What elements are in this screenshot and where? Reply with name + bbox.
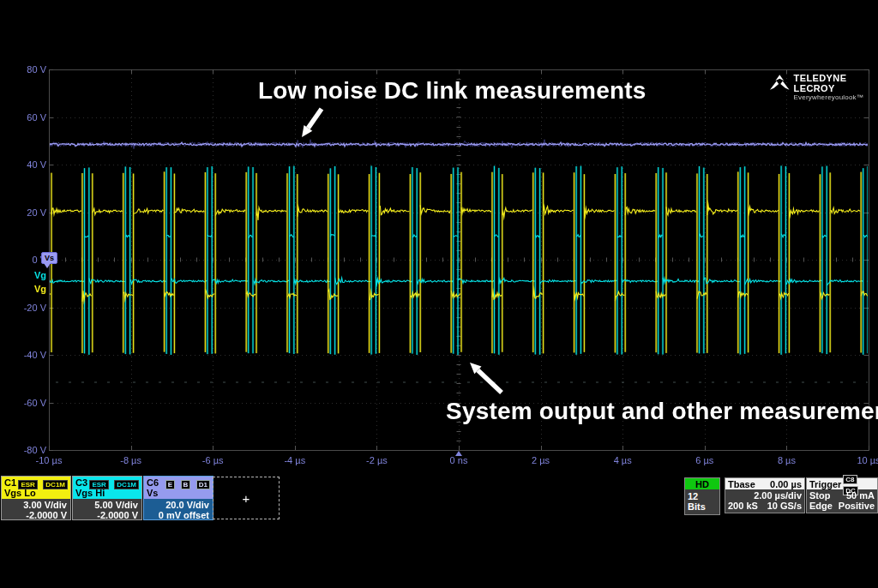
annotation-dc-link: Low noise DC link measurements bbox=[258, 77, 646, 105]
trigger-source-badge: C8 bbox=[843, 475, 857, 484]
trace-marker-vgs-lo[interactable]: Vg bbox=[34, 284, 46, 294]
lecroy-star-icon bbox=[770, 73, 790, 93]
y-axis-label: 0 V bbox=[3, 255, 46, 265]
channel-offset: 0 mV offset bbox=[147, 510, 209, 520]
y-axis-label: -60 V bbox=[3, 398, 46, 408]
logo-line1: TELEDYNE LECROY bbox=[794, 73, 878, 93]
x-axis-label: 6 µs bbox=[677, 455, 732, 465]
x-axis-label: 4 µs bbox=[595, 455, 650, 465]
trace-marker-vs-pointer-icon bbox=[44, 263, 51, 268]
x-axis-label: -2 µs bbox=[349, 455, 404, 465]
oscilloscope-screen: 80 V60 V40 V20 V0 V-20 V-40 V-60 V-80 V … bbox=[0, 0, 878, 588]
channel-vdiv: 20.0 V/div bbox=[147, 500, 209, 510]
trigger-position-marker[interactable] bbox=[455, 451, 462, 456]
x-axis-label: 8 µs bbox=[759, 455, 814, 465]
channel-vdiv: 5.00 V/div bbox=[76, 500, 138, 510]
plus-icon: + bbox=[243, 491, 250, 506]
tbase-rate: 10 GS/s bbox=[767, 501, 802, 511]
channel-descriptor-c6[interactable]: C6 E B D1 Vs 20.0 V/div 0 mV offset bbox=[143, 476, 213, 520]
y-axis-label: 40 V bbox=[3, 159, 46, 170]
annotation-arrow-up-icon bbox=[463, 356, 506, 399]
y-axis-label: 60 V bbox=[3, 112, 46, 123]
y-axis-label: -40 V bbox=[3, 350, 46, 360]
channel-badge-d1: D1 bbox=[196, 480, 210, 489]
channel-descriptor-c1[interactable]: C1 ESR DC1M Vgs Lo 3.00 V/div -2.0000 V bbox=[1, 476, 71, 520]
x-axis-label: 2 µs bbox=[514, 455, 568, 465]
y-axis-label: -80 V bbox=[3, 445, 46, 455]
channel-badge-b: B bbox=[181, 480, 191, 489]
x-axis-label: -6 µs bbox=[185, 455, 240, 465]
channel-offset: -2.0000 V bbox=[5, 510, 67, 520]
y-axis-label: 20 V bbox=[3, 207, 46, 218]
hd-bits: 12 Bits bbox=[688, 491, 717, 512]
logo-line2: Everywhereyoulook™ bbox=[794, 93, 878, 101]
x-axis-label: -4 µs bbox=[268, 455, 322, 465]
trace-marker-vgs-hi[interactable]: Vg bbox=[34, 270, 46, 280]
annotation-arrow-down-icon bbox=[296, 103, 330, 146]
y-axis-label: -20 V bbox=[3, 303, 46, 313]
tbase-scale: 2.00 µs/div bbox=[754, 490, 802, 501]
channel-vdiv: 3.00 V/div bbox=[5, 500, 67, 510]
teledyne-lecroy-logo: TELEDYNE LECROY Everywhereyoulook™ bbox=[770, 73, 878, 101]
trigger-title: Trigger bbox=[809, 479, 841, 489]
trigger-type: Edge bbox=[809, 501, 833, 511]
x-axis-label: 0 ns bbox=[431, 455, 486, 465]
trigger-box[interactable]: Trigger C8 DC Stop 50 mA Edge Positive bbox=[806, 477, 878, 513]
x-axis-label: -8 µs bbox=[104, 455, 159, 465]
channel-badge-coupling: DC1M bbox=[114, 480, 139, 489]
x-axis-label: 10 µs bbox=[841, 455, 878, 465]
x-axis-label: -10 µs bbox=[21, 455, 76, 465]
tbase-samples: 200 kS bbox=[728, 501, 758, 511]
tbase-delay: 0.00 µs bbox=[770, 479, 802, 489]
trigger-slope: Positive bbox=[839, 501, 875, 511]
tbase-title: Tbase bbox=[728, 479, 755, 489]
add-channel-button[interactable]: + bbox=[213, 477, 280, 519]
channel-id: C3 bbox=[75, 477, 87, 488]
annotation-system-output: System output and other measurements bbox=[446, 398, 878, 425]
channel-badge-e: E bbox=[165, 480, 175, 489]
channel-offset: -2.0000 V bbox=[76, 510, 138, 520]
trace-marker-vs[interactable]: Vs bbox=[41, 252, 57, 264]
trigger-level: 50 mA bbox=[846, 490, 875, 501]
channel-id: C6 bbox=[147, 477, 159, 488]
channel-badge-coupling: DC1M bbox=[43, 480, 68, 489]
channel-descriptor-c3[interactable]: C3 ESR DC1M Vgs Hi 5.00 V/div -2.0000 V bbox=[72, 476, 142, 520]
trigger-mode: Stop bbox=[809, 490, 830, 501]
hd-title: HD bbox=[695, 479, 709, 489]
y-axis-label: 80 V bbox=[3, 64, 46, 75]
channel-id: C1 bbox=[4, 477, 16, 488]
timebase-box[interactable]: Tbase 0.00 µs 2.00 µs/div 200 kS 10 GS/s bbox=[725, 477, 805, 513]
hd-mode-box[interactable]: HD 12 Bits bbox=[684, 477, 720, 515]
